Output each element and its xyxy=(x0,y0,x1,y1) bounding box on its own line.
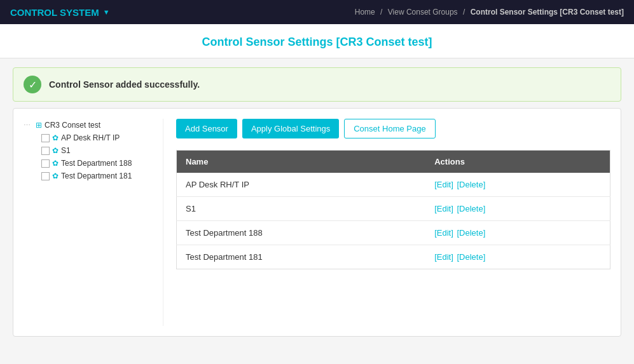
sensor-name-cell: Test Department 188 xyxy=(177,221,426,245)
sensor-actions-cell: [Edit] [Delete] xyxy=(425,221,610,245)
sensor-table: Name Actions AP Desk RH/T IP[Edit] [Dele… xyxy=(176,150,610,269)
edit-link[interactable]: [Edit] xyxy=(434,204,453,213)
breadcrumb-home[interactable]: Home xyxy=(355,8,375,17)
delete-link[interactable]: [Delete] xyxy=(457,204,485,213)
tree-item-checkbox-3[interactable] xyxy=(41,172,50,180)
right-panel: Add Sensor Apply Global Settings Conset … xyxy=(176,119,610,326)
tree-item-checkbox-2[interactable] xyxy=(41,159,50,168)
breadcrumb-current: Control Sensor Settings [CR3 Conset test… xyxy=(471,8,624,17)
sensor-actions-cell: [Edit] [Delete] xyxy=(425,245,610,269)
breadcrumb-separator-1: / xyxy=(380,8,382,17)
sensor-actions-cell: [Edit] [Delete] xyxy=(425,197,610,221)
sensor-name-cell: S1 xyxy=(177,197,426,221)
action-buttons: Add Sensor Apply Global Settings Conset … xyxy=(176,119,610,138)
table-row: Test Department 181[Edit] [Delete] xyxy=(177,245,610,269)
tree-panel: ⋯ CR3 Conset test AP Desk RH/T IP S1 Tes… xyxy=(24,119,163,326)
breadcrumb-separator-2: / xyxy=(463,8,465,17)
tree-dots: ⋯ xyxy=(24,121,31,130)
tree-item-label-0: AP Desk RH/T IP xyxy=(61,133,120,142)
page-title-bar: Control Sensor Settings [CR3 Conset test… xyxy=(0,24,634,58)
tree-item: Test Department 188 xyxy=(41,157,155,170)
delete-link[interactable]: [Delete] xyxy=(457,228,485,238)
tree-root: ⋯ CR3 Conset test xyxy=(24,119,155,131)
edit-link[interactable]: [Edit] xyxy=(434,252,453,262)
chevron-down-icon[interactable]: ▼ xyxy=(103,8,110,16)
delete-link[interactable]: [Delete] xyxy=(457,180,485,189)
delete-link[interactable]: [Delete] xyxy=(457,252,485,262)
sensor-icon-1 xyxy=(52,146,59,155)
tree-item: AP Desk RH/T IP xyxy=(41,131,155,144)
table-row: Test Department 188[Edit] [Delete] xyxy=(177,221,610,245)
header: CONTROL SYSTEM ▼ Home / View Conset Grou… xyxy=(0,0,634,24)
tree-item-label-3: Test Department 181 xyxy=(61,172,132,180)
main-content: ⋯ CR3 Conset test AP Desk RH/T IP S1 Tes… xyxy=(13,108,621,337)
edit-link[interactable]: [Edit] xyxy=(434,180,453,189)
apply-global-settings-button[interactable]: Apply Global Settings xyxy=(242,119,339,138)
brand-text: CONTROL SYSTEM xyxy=(10,7,99,18)
success-icon: ✓ xyxy=(24,76,41,93)
sensor-actions-cell: [Edit] [Delete] xyxy=(425,173,610,197)
conset-home-page-button[interactable]: Conset Home Page xyxy=(344,119,435,138)
tree-item-checkbox-1[interactable] xyxy=(41,147,50,155)
sensor-icon-3 xyxy=(52,172,59,180)
grid-icon xyxy=(36,121,42,130)
column-actions: Actions xyxy=(425,151,610,173)
sensor-icon-2 xyxy=(52,159,59,168)
column-name: Name xyxy=(177,151,426,173)
table-header-row: Name Actions xyxy=(177,151,610,173)
breadcrumb-view-groups[interactable]: View Conset Groups xyxy=(388,8,458,17)
success-banner: ✓ Control Sensor added successfully. xyxy=(13,67,621,102)
edit-link[interactable]: [Edit] xyxy=(434,228,453,238)
success-message: Control Sensor added successfully. xyxy=(49,79,200,90)
sensor-name-cell: AP Desk RH/T IP xyxy=(177,173,426,197)
tree-item-checkbox-0[interactable] xyxy=(41,134,50,142)
tree-children: AP Desk RH/T IP S1 Test Department 188 T… xyxy=(24,131,155,182)
tree-item: S1 xyxy=(41,144,155,157)
page-title: Control Sensor Settings [CR3 Conset test… xyxy=(0,36,634,49)
table-row: S1[Edit] [Delete] xyxy=(177,197,610,221)
brand[interactable]: CONTROL SYSTEM ▼ xyxy=(10,7,110,18)
tree-item-label-1: S1 xyxy=(61,146,71,155)
breadcrumb: Home / View Conset Groups / Control Sens… xyxy=(355,8,624,17)
tree-root-label: CR3 Conset test xyxy=(45,121,100,130)
sensor-name-cell: Test Department 181 xyxy=(177,245,426,269)
add-sensor-button[interactable]: Add Sensor xyxy=(176,119,237,138)
tree-item: Test Department 181 xyxy=(41,170,155,182)
tree-item-label-2: Test Department 188 xyxy=(61,159,132,168)
sensor-icon-0 xyxy=(52,133,59,142)
table-row: AP Desk RH/T IP[Edit] [Delete] xyxy=(177,173,610,197)
